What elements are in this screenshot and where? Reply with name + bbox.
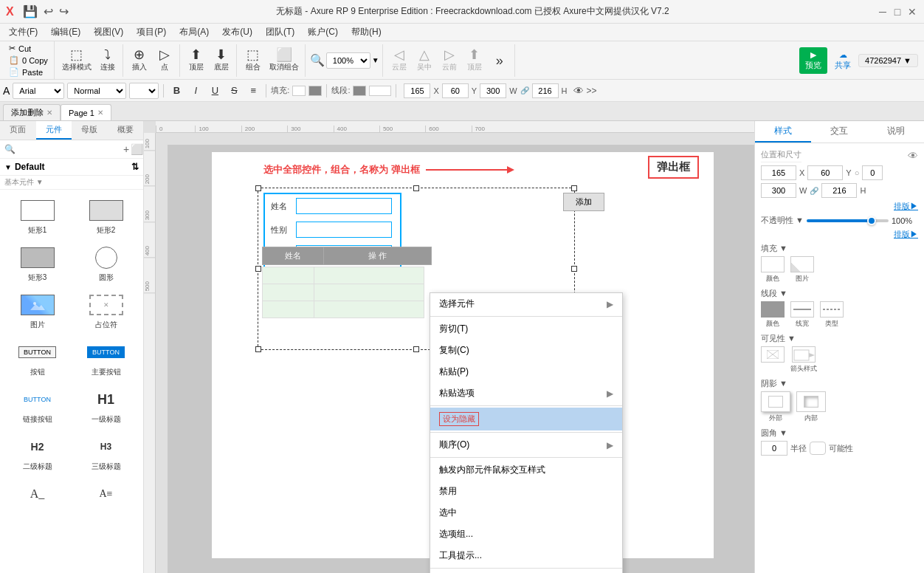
fill-color-box[interactable]: [292, 86, 306, 96]
underline-button[interactable]: U: [207, 83, 223, 99]
tab-page1-close[interactable]: ✕: [97, 109, 103, 117]
more-button[interactable]: »: [488, 52, 511, 69]
preview-button[interactable]: ▶ 预览: [799, 47, 827, 74]
widget-item-image[interactable]: 图片: [4, 289, 70, 333]
front-button[interactable]: ▷ 云前: [438, 47, 461, 74]
account-badge[interactable]: 47262947 ▼: [858, 54, 918, 67]
back-button[interactable]: ◁ 云层: [387, 47, 411, 74]
widget-item-circle[interactable]: 圆形: [73, 241, 139, 286]
group-button[interactable]: ⬚ 组合: [241, 47, 265, 74]
save-icon[interactable]: 💾: [23, 4, 38, 18]
ctx-select-widget[interactable]: 选择元件 ▶: [430, 293, 622, 315]
zoom-select[interactable]: 100% 75% 50% 150%: [326, 52, 370, 69]
handle-ml[interactable]: [255, 266, 261, 272]
field-input-name[interactable]: [296, 198, 392, 214]
rs-w-input[interactable]: [761, 183, 796, 198]
ctx-disable[interactable]: 禁用: [430, 481, 622, 502]
x-input[interactable]: [404, 83, 430, 98]
rot-input[interactable]: [480, 83, 506, 98]
close-button[interactable]: ✕: [906, 6, 918, 18]
shadow-inner-box[interactable]: [796, 391, 826, 412]
redo-icon[interactable]: ↪: [59, 4, 69, 18]
undo-icon[interactable]: ↩: [44, 4, 53, 18]
widget-item-h1[interactable]: H1 一级标题: [73, 383, 139, 428]
widget-search-input[interactable]: [18, 145, 120, 154]
corner-val-input[interactable]: [761, 441, 787, 456]
widget-library-title[interactable]: ▼ Default ⇅: [0, 159, 143, 176]
fill-color-option[interactable]: 颜色: [761, 256, 785, 284]
font-style-select[interactable]: Normal: [67, 83, 126, 99]
sidebar-tab-widgets[interactable]: 元件: [36, 121, 72, 140]
border-line-option[interactable]: 线宽: [790, 301, 814, 329]
ctx-options[interactable]: 选项组...: [430, 524, 622, 545]
border-line-box[interactable]: [790, 301, 814, 318]
eye-icon[interactable]: 👁: [573, 85, 584, 97]
menu-team[interactable]: 团队(T): [260, 24, 300, 40]
widget-item-rect2[interactable]: 矩形2: [73, 194, 139, 239]
more-format-icon[interactable]: >>: [587, 86, 597, 96]
stroke-color-box[interactable]: [353, 86, 366, 96]
widget-item-h2[interactable]: H2 二级标题: [4, 430, 70, 475]
widget-item-h3[interactable]: H3 三级标题: [73, 430, 139, 475]
widget-item-link-button[interactable]: BUTTON 链接按钮: [4, 383, 70, 428]
mid-button[interactable]: △ 吴中: [413, 47, 436, 74]
tab-add-delete-close[interactable]: ✕: [46, 109, 52, 117]
visibility-arrow-option[interactable]: 箭头样式: [790, 346, 817, 374]
arrange2-link[interactable]: 排版▶: [894, 230, 918, 239]
align-left-button[interactable]: ≡: [245, 83, 261, 99]
border-type-option[interactable]: 类型: [820, 301, 844, 329]
right-tab-explain[interactable]: 说明: [868, 121, 924, 143]
bold-button[interactable]: B: [168, 83, 185, 99]
bottom-button[interactable]: ⬇ 底层: [210, 47, 233, 74]
font-family-select[interactable]: Arial: [13, 83, 64, 99]
rs-x-input[interactable]: [761, 165, 796, 180]
menu-layout[interactable]: 布局(A): [173, 24, 215, 40]
handle-tr[interactable]: [571, 185, 577, 191]
ctx-set-hidden[interactable]: 设为隐藏: [430, 408, 622, 430]
widget-item-text-a2[interactable]: A≡: [73, 478, 139, 512]
ctx-group[interactable]: 组合(G) Ctrl+G: [430, 570, 622, 573]
rs-rot-input[interactable]: [862, 165, 883, 180]
rs-h-input[interactable]: [821, 183, 857, 198]
menu-help[interactable]: 帮助(H): [345, 24, 387, 40]
opacity-handle[interactable]: [867, 216, 876, 225]
visibility-arrow-box[interactable]: [792, 346, 816, 363]
widget-item-button[interactable]: BUTTON 按钮: [4, 336, 70, 380]
minimize-button[interactable]: ─: [877, 6, 889, 18]
opacity-slider[interactable]: [807, 219, 889, 222]
shadow-outer-option[interactable]: 外部: [761, 391, 790, 423]
tab-add-delete[interactable]: 添加删除 ✕: [3, 104, 61, 120]
rs-y-input[interactable]: [807, 165, 843, 180]
strikethrough-button[interactable]: S: [226, 83, 242, 99]
fill-color-box2[interactable]: [308, 86, 322, 96]
widget-item-placeholder[interactable]: ✕ 占位符: [73, 289, 139, 333]
visibility-box[interactable]: [761, 346, 785, 363]
widget-add-icon[interactable]: +: [123, 143, 129, 155]
context-menu[interactable]: 选择元件 ▶ 剪切(T) 复制(C) 粘贴(P) 粘贴选项: [430, 292, 623, 573]
maximize-button[interactable]: □: [892, 6, 903, 18]
fill-color-box[interactable]: [761, 256, 785, 272]
widget-item-rect1[interactable]: 矩形1: [4, 194, 70, 239]
sidebar-tab-outline[interactable]: 概要: [108, 121, 144, 140]
ungroup-button[interactable]: ⬜ 取消组合: [266, 47, 302, 74]
share-button[interactable]: ☁ 共享: [829, 47, 857, 74]
ctx-tooltip[interactable]: 工具提示...: [430, 545, 622, 566]
insert-button[interactable]: ⊕ 插入: [128, 47, 151, 74]
select-mode-button[interactable]: ⬚ 选择模式: [59, 47, 94, 74]
top-button[interactable]: ⬆ 顶层: [185, 47, 208, 74]
right-tab-style[interactable]: 样式: [755, 121, 811, 143]
ctx-trigger[interactable]: 触发内部元件鼠标交互样式: [430, 459, 622, 481]
h-input[interactable]: [532, 83, 559, 98]
menu-edit[interactable]: 编辑(E): [45, 24, 86, 40]
pages-button[interactable]: ⬆ 顶层: [463, 47, 486, 74]
fill-image-option[interactable]: 图片: [790, 256, 814, 284]
widget-copy-icon[interactable]: ⬜: [131, 143, 143, 155]
visibility-box-option[interactable]: [761, 346, 785, 374]
ctx-copy[interactable]: 复制(C): [430, 340, 622, 361]
sidebar-tab-pages[interactable]: 页面: [0, 121, 36, 140]
ctx-cut[interactable]: 剪切(T): [430, 318, 622, 340]
point-button[interactable]: ▷ 点: [153, 47, 176, 74]
shadow-inner-option[interactable]: 内部: [796, 391, 826, 423]
copy-button[interactable]: 📋 0 Copy: [7, 55, 49, 66]
tab-page1[interactable]: Page 1 ✕: [61, 104, 111, 120]
